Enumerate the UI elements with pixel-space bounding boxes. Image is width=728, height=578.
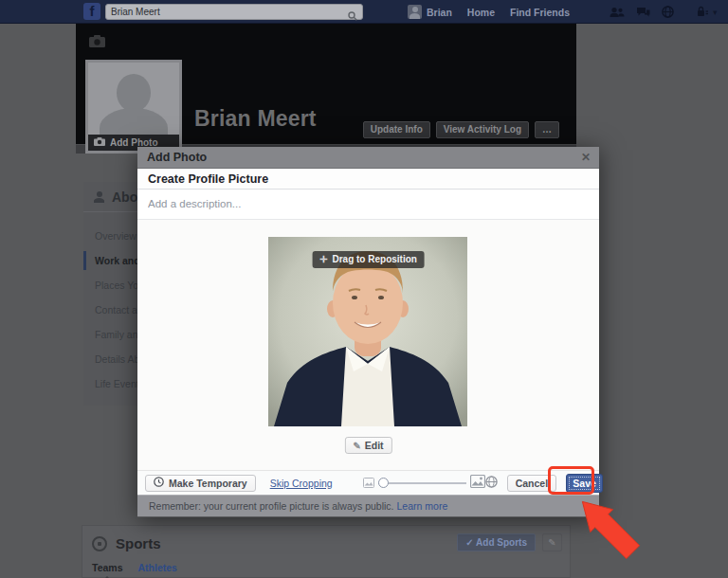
image-small-icon (363, 475, 374, 492)
profile-silhouette (88, 63, 179, 135)
avatar[interactable] (408, 5, 422, 19)
navbar-right: Brian Home Find Friends ▾ (408, 0, 718, 24)
privacy-globe-icon[interactable] (485, 475, 498, 492)
add-photo-modal: Add Photo ✕ Create Profile Picture (137, 147, 599, 517)
tab-teams[interactable]: Teams (92, 562, 123, 573)
add-sports-label: Add Sports (476, 537, 527, 548)
navbar-account-controls: ▾ (697, 4, 718, 21)
add-sports-button[interactable]: ✓ Add Sports (457, 533, 536, 551)
search-box[interactable] (105, 4, 363, 20)
drag-label: Drag to Reposition (332, 254, 416, 264)
edit-pencil-icon: ✎ (548, 537, 555, 548)
navbar-icons (610, 6, 674, 18)
sports-title: Sports (116, 535, 161, 551)
pointer-arrow (573, 492, 648, 568)
close-icon[interactable]: ✕ (581, 151, 591, 164)
cover-buttons: Update Info View Activity Log … (363, 121, 559, 138)
edit-photo-button[interactable]: ✎ Edit (344, 437, 391, 454)
top-navbar: f Brian Home Find Friends (0, 0, 728, 24)
sports-card: Sports ✓ Add Sports ✎ Teams Athletes (82, 525, 571, 578)
privacy-lock-icon[interactable] (697, 4, 708, 21)
modal-footer: Make Temporary Skip Cropping Cancel (137, 471, 599, 495)
public-note: Remember: your current profile picture i… (137, 495, 599, 516)
edit-sports-button[interactable]: ✎ (542, 533, 562, 551)
make-temporary-label: Make Temporary (169, 478, 247, 489)
more-options-button[interactable]: … (535, 121, 559, 138)
sports-header: Sports (92, 535, 161, 551)
image-large-icon (470, 475, 485, 492)
search-icon[interactable] (348, 8, 357, 25)
friend-requests-icon[interactable] (610, 7, 625, 18)
edit-label: Edit (365, 440, 384, 451)
messages-icon[interactable] (636, 7, 650, 18)
view-activity-log-button[interactable]: View Activity Log (436, 121, 529, 138)
edit-pencil-icon: ✎ (353, 441, 360, 451)
learn-more-link[interactable]: Learn more (397, 500, 448, 512)
nav-home-link[interactable]: Home (467, 7, 495, 18)
facebook-profile-page: f Brian Home Find Friends (0, 0, 728, 578)
zoom-slider (363, 475, 485, 492)
notifications-icon[interactable] (662, 6, 674, 18)
profile-picture-box[interactable]: Add Photo (85, 60, 182, 154)
about-person-icon (93, 190, 105, 203)
description-input[interactable] (148, 190, 565, 218)
sports-ball-icon (92, 536, 107, 551)
skip-cropping-link[interactable]: Skip Cropping (270, 478, 333, 489)
check-icon: ✓ (465, 537, 473, 548)
add-cover-camera-icon[interactable] (89, 34, 105, 51)
modal-header: Add Photo ✕ (137, 147, 599, 169)
slider-track[interactable] (378, 482, 466, 484)
tab-athletes[interactable]: Athletes (138, 562, 177, 573)
move-icon: ✛ (319, 254, 327, 264)
sports-tabs: Teams Athletes (92, 562, 177, 573)
search-input[interactable] (111, 5, 338, 19)
nav-profile-link[interactable]: Brian (427, 7, 452, 18)
slider-handle[interactable] (378, 478, 389, 488)
nav-find-friends-link[interactable]: Find Friends (510, 7, 570, 18)
modal-title: Add Photo (147, 151, 207, 164)
make-temporary-button[interactable]: Make Temporary (145, 475, 256, 492)
photo-stage: ✛ Drag to Reposition ✎ Edit (137, 220, 599, 471)
description-row (137, 190, 599, 220)
facebook-logo-icon[interactable]: f (83, 3, 100, 20)
profile-name: Brian Meert (194, 106, 317, 132)
clock-icon (154, 477, 164, 489)
update-info-button[interactable]: Update Info (363, 121, 430, 138)
account-caret-icon[interactable]: ▾ (713, 8, 718, 17)
note-text: Remember: your current profile picture i… (149, 500, 394, 512)
modal-subtitle: Create Profile Picture (137, 169, 599, 190)
drag-to-reposition-badge[interactable]: ✛ Drag to Reposition (312, 251, 425, 268)
add-photo-camera-icon (94, 137, 105, 148)
red-highlight-box (548, 466, 594, 495)
